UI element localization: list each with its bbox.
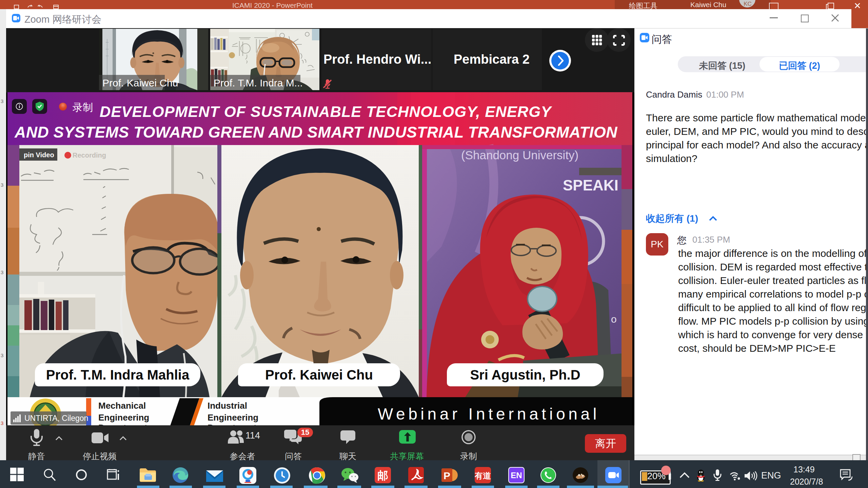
svg-text:邮: 邮 xyxy=(377,469,388,482)
svg-text:Industrial: Industrial xyxy=(208,401,247,411)
svg-text:SPEAKI: SPEAKI xyxy=(563,177,618,194)
svg-text:(Shandong University): (Shandong University) xyxy=(461,148,578,162)
svg-text:P: P xyxy=(443,470,450,481)
svg-text:有道: 有道 xyxy=(475,471,491,480)
svg-text:Mechanical: Mechanical xyxy=(98,401,146,411)
svg-text:Engineering: Engineering xyxy=(98,412,149,423)
svg-text:Engineering: Engineering xyxy=(208,412,258,423)
svg-text:o: o xyxy=(611,313,617,325)
svg-text:Prof. Kaiwei Chu: Prof. Kaiwei Chu xyxy=(102,77,178,88)
svg-text:Webinar International: Webinar International xyxy=(378,405,600,423)
svg-text:Prof. T.M. Indra M...: Prof. T.M. Indra M... xyxy=(214,77,303,88)
svg-text:Recording: Recording xyxy=(73,151,106,159)
svg-text:pin Video: pin Video xyxy=(24,151,54,159)
svg-text:EN: EN xyxy=(511,471,522,480)
